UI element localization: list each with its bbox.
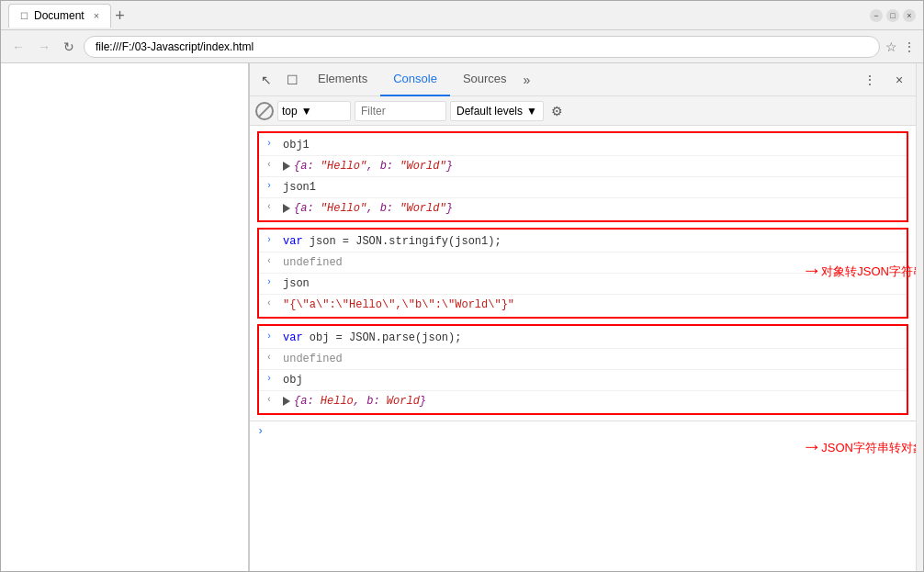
cursor-tool-btn[interactable]: ↖	[254, 67, 279, 93]
window-controls: − □ ×	[870, 9, 916, 22]
console-row: ‹ undefined	[259, 349, 907, 370]
console-row: ‹ {a: "Hello", b: "World"}	[259, 198, 907, 219]
clear-console-btn[interactable]	[255, 102, 274, 120]
devtools-toolbar: ↖ ☐ Elements Console Sources » ⋮ ×	[250, 63, 916, 96]
browser-body: ↖ ☐ Elements Console Sources » ⋮ ×	[1, 63, 923, 571]
row-prefix: ‹	[266, 351, 283, 363]
annotation-text-2: JSON字符串转对象	[821, 440, 916, 456]
row-prefix: ‹	[266, 393, 283, 405]
console-row: ‹ {a: Hello, b: World}	[259, 391, 907, 411]
more-tabs-btn[interactable]: »	[524, 73, 531, 87]
row-content: {a: "Hello", b: "World"}	[283, 200, 899, 217]
devtools-panel: ↖ ☐ Elements Console Sources » ⋮ ×	[249, 63, 916, 571]
close-btn[interactable]: ×	[903, 9, 916, 22]
row-content: "{\"a\":\"Hello\",\"b\":\"World\"}"	[283, 297, 899, 313]
row-content: var obj = JSON.parse(json);	[283, 330, 899, 346]
expand-icon[interactable]	[283, 162, 290, 171]
default-levels-btn[interactable]: Default levels ▼	[450, 101, 544, 121]
row-prefix: ›	[266, 137, 283, 149]
console-section-1: › obj1 ‹ {a: "Hello", b: "World"} › json…	[257, 131, 908, 222]
devtools-actions: ⋮ ×	[857, 67, 912, 93]
forward-btn[interactable]: →	[34, 38, 54, 56]
console-row: ‹ undefined	[259, 252, 907, 274]
code-text2: obj = JSON.parse(json);	[310, 331, 462, 344]
inspect-element-btn[interactable]: ☐	[279, 67, 305, 93]
settings-btn[interactable]: ⚙	[547, 101, 568, 121]
row-prefix: ‹	[266, 158, 283, 170]
browser-tab[interactable]: ☐ Document ×	[8, 4, 111, 28]
tab-icon: ☐	[20, 11, 28, 21]
menu-icon[interactable]: ⋮	[903, 39, 916, 54]
console-row: › var json = JSON.stringify(json1);	[259, 231, 907, 252]
row-content: undefined	[283, 351, 899, 367]
devtools-scrollbar[interactable]	[916, 63, 923, 571]
context-label: top	[282, 105, 298, 118]
console-section-2: › var json = JSON.stringify(json1); ‹ un…	[257, 228, 908, 319]
levels-chevron: ▼	[526, 105, 537, 118]
console-section-3: › var obj = JSON.parse(json); ‹ undefine…	[257, 324, 908, 415]
devtools-menu-btn[interactable]: ⋮	[857, 67, 883, 93]
row-prefix: ›	[266, 179, 283, 191]
console-row: › obj1	[259, 135, 907, 156]
context-chevron: ▼	[301, 105, 312, 118]
filter-input[interactable]	[355, 101, 446, 121]
console-prompt: ›	[257, 425, 264, 438]
row-prefix: ‹	[266, 200, 283, 212]
tab-close-btn[interactable]: ×	[94, 10, 99, 21]
expand-icon[interactable]	[283, 204, 290, 213]
tab-console[interactable]: Console	[380, 63, 450, 96]
browser-window: ☐ Document × + − □ × ← → ↻ ☆ ⋮ ↖ ☐	[0, 0, 924, 572]
context-selector[interactable]: top ▼	[277, 101, 351, 121]
address-bar: ← → ↻ ☆ ⋮	[1, 30, 923, 63]
console-row: › var obj = JSON.parse(json);	[259, 328, 907, 349]
console-row: › json	[259, 274, 907, 295]
tab-elements[interactable]: Elements	[305, 63, 380, 96]
row-prefix: ›	[266, 372, 283, 384]
minimize-btn[interactable]: −	[870, 9, 883, 22]
row-prefix: ›	[266, 330, 283, 342]
row-prefix: ‹	[266, 297, 283, 308]
tab-sources[interactable]: Sources	[450, 63, 520, 96]
keyword-var: var	[283, 235, 310, 248]
row-content: json1	[283, 179, 899, 196]
console-input-row: ›	[250, 421, 916, 442]
console-row: ‹ {a: "Hello", b: "World"}	[259, 156, 907, 177]
star-icon[interactable]: ☆	[885, 39, 897, 54]
code-text: json = JSON.stringify(json1);	[310, 235, 501, 248]
console-row: ‹ "{\"a\":\"Hello\",\"b\":\"World\"}"	[259, 295, 907, 315]
address-icons: ☆ ⋮	[885, 39, 916, 54]
page-area	[1, 63, 249, 571]
row-prefix: ›	[266, 275, 283, 287]
console-toolbar: top ▼ Default levels ▼ ⚙	[250, 96, 916, 126]
console-input[interactable]	[267, 425, 908, 438]
row-content: {a: Hello, b: World}	[283, 393, 899, 409]
row-content: var json = JSON.stringify(json1);	[283, 233, 899, 250]
row-content: undefined	[283, 254, 899, 271]
row-content: json	[283, 275, 899, 292]
row-prefix: ›	[266, 233, 283, 245]
row-content: {a: "Hello", b: "World"}	[283, 158, 899, 174]
tab-title: Document	[34, 9, 85, 22]
console-row: › json1	[259, 177, 907, 198]
console-output[interactable]: › obj1 ‹ {a: "Hello", b: "World"} › json…	[250, 126, 916, 571]
row-content: obj	[283, 372, 899, 388]
new-tab-btn[interactable]: +	[115, 7, 125, 24]
back-btn[interactable]: ←	[8, 38, 28, 56]
row-prefix: ‹	[266, 254, 283, 266]
expand-icon3[interactable]	[283, 397, 290, 406]
row-content: obj1	[283, 137, 899, 153]
keyword-var2: var	[283, 331, 310, 344]
console-row: › obj	[259, 370, 907, 391]
maximize-btn[interactable]: □	[886, 9, 899, 22]
address-input[interactable]	[84, 36, 880, 58]
reload-btn[interactable]: ↻	[60, 38, 78, 56]
title-bar: ☐ Document × + − □ ×	[1, 1, 923, 30]
devtools-close-btn[interactable]: ×	[886, 67, 912, 93]
